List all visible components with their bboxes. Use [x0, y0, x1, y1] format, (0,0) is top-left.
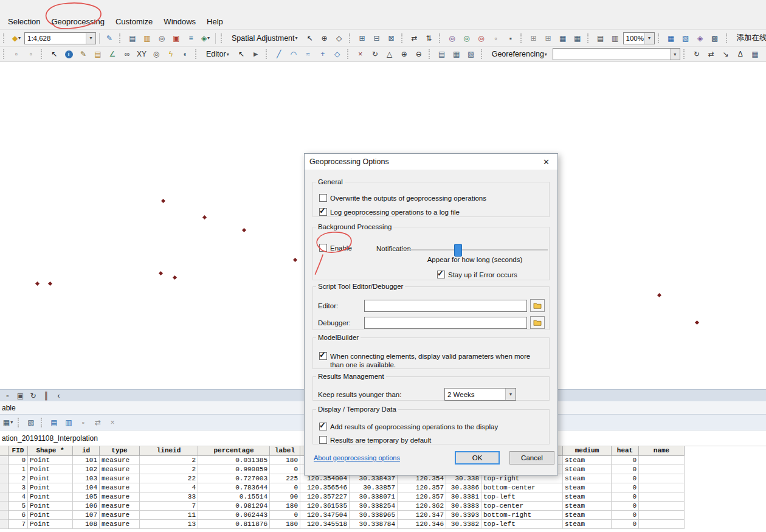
endpoint-tool-icon[interactable]: ⊖	[412, 47, 426, 61]
table-cell[interactable]: bottom-right	[481, 511, 563, 520]
table-cell[interactable]	[639, 492, 685, 502]
grid-d-icon[interactable]: ▦	[571, 32, 584, 45]
grid-c-icon[interactable]: ▦	[556, 32, 570, 45]
table-cell[interactable]: 1	[9, 465, 28, 474]
table-cell[interactable]: 0.783644	[198, 483, 270, 492]
ok-button[interactable]: OK	[455, 451, 500, 465]
table-cell[interactable]: 180	[270, 456, 300, 465]
table-cell[interactable]: 108	[73, 520, 100, 529]
table-cell[interactable]: 6	[9, 511, 28, 520]
table-cell[interactable]: Point	[28, 520, 73, 529]
table-cell[interactable]: 30.3383	[446, 502, 481, 511]
table-cell[interactable]: 4	[9, 492, 28, 502]
debugger-browse-button[interactable]	[530, 316, 545, 329]
table-cell[interactable]: 0.031385	[198, 456, 270, 465]
table-cell[interactable]: steam	[563, 511, 612, 520]
table-cell[interactable]: Point	[28, 502, 73, 511]
viewer-window-icon[interactable]: ◎	[475, 32, 488, 45]
table-cell[interactable]: 13	[140, 520, 198, 529]
table-cell[interactable]: steam	[563, 492, 612, 502]
editor-path-input[interactable]	[364, 300, 527, 312]
table-cell[interactable]: 30.338254	[350, 502, 398, 511]
table-cell[interactable]: 102	[73, 465, 100, 474]
table-cell[interactable]: 30.338437	[350, 474, 398, 483]
table-cell[interactable]: 106	[73, 502, 100, 511]
table-cell[interactable]: 7	[9, 520, 28, 529]
python-window-icon[interactable]: ≡	[184, 32, 198, 45]
adjust-preview-icon[interactable]: ◇	[333, 32, 346, 45]
dataframe-b-icon[interactable]: ▫	[24, 47, 38, 61]
merge-tools-icon[interactable]: ⊟	[370, 32, 384, 45]
table-cell[interactable]: 180	[270, 502, 300, 511]
table-row[interactable]: 6Point107measure110.0624430120.34750430.…	[0, 511, 766, 520]
attribute-transfer-icon[interactable]: ⇄	[408, 32, 421, 45]
add-online-data-menu[interactable]: 添加在线数据层▾	[733, 32, 766, 44]
table-cell[interactable]: 120.356546	[300, 483, 350, 492]
identify-icon[interactable]: i	[62, 47, 75, 61]
row-selector[interactable]	[0, 492, 9, 502]
georeferencing-menu[interactable]: Georeferencing▾	[488, 49, 551, 60]
georeferencing-layer-combo-arrow[interactable]: ▾	[670, 49, 680, 60]
column-header-medium[interactable]: medium	[563, 446, 612, 456]
table-cell[interactable]: 120.347504	[300, 511, 350, 520]
table-cell[interactable]: 225	[270, 474, 300, 483]
table-cell[interactable]: 180	[270, 520, 300, 529]
table-cell[interactable]: 120.354	[398, 474, 446, 483]
menu-geoprocessing[interactable]: Geoprocessing	[46, 16, 109, 27]
table-cell[interactable]: 103	[73, 474, 100, 483]
column-header-percentage[interactable]: percentage	[198, 446, 270, 456]
table-cell[interactable]: 30.338784	[350, 520, 398, 529]
zoom-selected-icon[interactable]: ▥	[62, 416, 75, 429]
select-features-icon[interactable]: ↖	[47, 47, 61, 61]
debugger-path-input[interactable]	[364, 317, 527, 329]
sketch-trace-icon[interactable]: ≈	[302, 47, 315, 61]
time-slider-icon[interactable]: ◐	[179, 47, 192, 61]
sketch-line-icon[interactable]: ╱	[272, 47, 286, 61]
dialog-titlebar[interactable]: Geoprocessing Options ✕	[305, 154, 557, 170]
row-selector[interactable]	[0, 520, 9, 529]
table-cell[interactable]: 120.347	[398, 511, 446, 520]
table-cell[interactable]: 5	[9, 502, 28, 511]
layout-view-icon[interactable]: ▣	[15, 390, 26, 401]
table-cell[interactable]: 0	[612, 520, 639, 529]
html-popup-icon[interactable]: ▤	[91, 47, 105, 61]
table-cell[interactable]: 0	[612, 474, 639, 483]
layout-d-icon[interactable]: ▩	[708, 32, 722, 45]
georef-rotate-icon[interactable]: ↻	[690, 47, 703, 61]
edit-tool-icon[interactable]: ↖	[235, 47, 248, 61]
table-row[interactable]: 2Point103measure220.727003225120.3540043…	[0, 474, 766, 483]
map-scale-combo-arrow[interactable]: ▾	[86, 33, 95, 44]
layout-c-icon[interactable]: ◈	[694, 32, 707, 45]
column-header-name[interactable]: name	[639, 446, 685, 456]
table-cell[interactable]: steam	[563, 456, 612, 465]
table-cell[interactable]: 33	[140, 492, 198, 502]
go-to-xy-icon[interactable]: XY	[135, 47, 148, 61]
table-cell[interactable]: measure	[100, 465, 140, 474]
menu-help[interactable]: Help	[201, 16, 229, 27]
table-cell[interactable]: 104	[73, 483, 100, 492]
table-cell[interactable]: top-center	[481, 502, 563, 511]
table-cell[interactable]: 2	[140, 456, 198, 465]
table-cell[interactable]: 120.362	[398, 502, 446, 511]
magnifier-icon[interactable]: ◎	[150, 47, 163, 61]
stay-up-checkbox[interactable]: Stay up if Error occurs	[437, 271, 517, 279]
table-cell[interactable]: Point	[28, 483, 73, 492]
column-header-fid[interactable]: FID	[9, 446, 28, 456]
table-cell[interactable]: measure	[100, 456, 140, 465]
midpoint-tool-icon[interactable]: ⊕	[398, 47, 411, 61]
table-cell[interactable]: 0	[612, 492, 639, 502]
row-selector[interactable]	[0, 511, 9, 520]
zoom-percent-combo[interactable]: 100%▾	[623, 32, 655, 44]
table-cell[interactable]	[639, 483, 685, 492]
table-cell[interactable]: measure	[100, 511, 140, 520]
table-cell[interactable]: 0	[612, 456, 639, 465]
table-cell[interactable]: 0	[270, 511, 300, 520]
table-cell[interactable]: 30.338965	[350, 511, 398, 520]
find-icon[interactable]: ∞	[120, 47, 134, 61]
table-cell[interactable]: Point	[28, 474, 73, 483]
table-cell[interactable]: 30.338	[446, 474, 481, 483]
connect-elements-checkbox[interactable]: When connecting elements, display valid …	[319, 352, 543, 369]
table-cell[interactable]: 2	[140, 465, 198, 474]
adjust-select-icon[interactable]: ↖	[303, 32, 317, 45]
georef-auto-icon[interactable]: Δ	[734, 47, 747, 61]
